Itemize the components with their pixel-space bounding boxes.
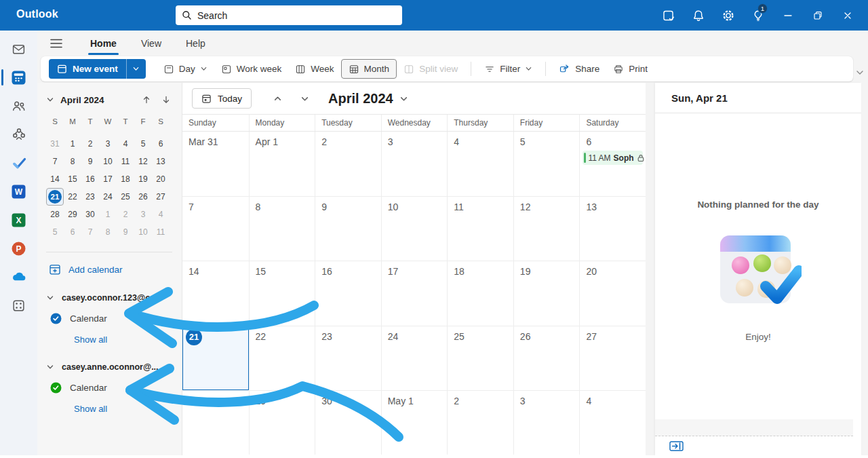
mini-next-month-button[interactable]	[161, 95, 171, 104]
day-cell[interactable]: 4	[579, 391, 646, 455]
print-button[interactable]: Print	[606, 59, 654, 79]
day-cell[interactable]: 11	[447, 197, 513, 261]
mini-day[interactable]: 10	[99, 153, 117, 170]
search-input[interactable]	[197, 10, 396, 21]
mini-day[interactable]: 16	[81, 170, 99, 188]
mini-day[interactable]: 1	[64, 135, 81, 153]
day-cell[interactable]: 24	[381, 326, 448, 390]
mini-day[interactable]: 27	[152, 188, 170, 206]
day-cell[interactable]: 19	[513, 261, 580, 325]
mini-day[interactable]: 10	[134, 223, 152, 241]
mini-day[interactable]: 11	[117, 153, 134, 170]
mini-day[interactable]: 9	[81, 153, 99, 170]
mini-day[interactable]: 12	[134, 153, 152, 170]
notifications-button[interactable]	[684, 0, 713, 31]
mini-day[interactable]: 19	[134, 170, 152, 188]
account-1-header[interactable]: casey.oconnor.123@o...	[46, 293, 182, 303]
mini-day[interactable]: 3	[99, 135, 117, 153]
mini-day[interactable]: 6	[64, 223, 81, 241]
mini-day[interactable]: 2	[81, 135, 99, 153]
day-cell[interactable]: 8	[249, 197, 315, 261]
rail-item-calendar[interactable]	[0, 63, 37, 92]
day-cell[interactable]: 3	[513, 391, 580, 455]
mini-day[interactable]: 7	[81, 223, 99, 241]
month-view-button[interactable]: Month	[341, 59, 397, 79]
mini-day[interactable]: 6	[152, 135, 170, 153]
close-button[interactable]	[833, 0, 863, 31]
day-cell[interactable]: 5	[513, 132, 580, 196]
minimize-button[interactable]	[773, 0, 803, 31]
rail-item-todo[interactable]	[0, 149, 37, 177]
day-cell[interactable]: 611 AMSoph	[579, 132, 646, 196]
mini-day[interactable]: 22	[64, 188, 81, 206]
mini-calendar-title[interactable]: April 2024	[60, 95, 104, 105]
mini-day[interactable]: 31	[46, 135, 64, 153]
next-month-button[interactable]	[300, 94, 309, 103]
mini-day[interactable]: 13	[152, 153, 170, 170]
day-cell[interactable]: 22	[249, 326, 315, 390]
prev-month-button[interactable]	[273, 94, 282, 103]
mini-day[interactable]: 25	[117, 188, 134, 206]
rail-item-word[interactable]: W	[0, 177, 37, 206]
mini-day[interactable]: 4	[117, 135, 134, 153]
search-box[interactable]	[176, 5, 402, 25]
mini-day[interactable]: 9	[117, 223, 134, 241]
mini-day[interactable]: 23	[81, 188, 99, 206]
split-view-button[interactable]: Split view	[397, 59, 465, 79]
dock-panel-button[interactable]	[669, 441, 684, 451]
day-cell[interactable]: 29	[249, 391, 315, 455]
chevron-down-icon[interactable]	[46, 96, 54, 104]
day-cell[interactable]: 17	[381, 261, 448, 325]
day-view-button[interactable]: Day	[157, 59, 214, 79]
day-cell[interactable]: 10	[381, 197, 448, 261]
tab-help[interactable]: Help	[185, 37, 206, 50]
day-cell[interactable]: 25	[447, 326, 513, 390]
day-cell[interactable]: 26	[513, 326, 580, 390]
day-cell[interactable]: 2	[315, 132, 381, 196]
today-button[interactable]: Today	[192, 88, 252, 109]
mini-day[interactable]: 2	[117, 206, 134, 223]
mini-day[interactable]: 4	[152, 206, 170, 223]
mini-prev-month-button[interactable]	[142, 95, 151, 104]
mini-day[interactable]: 17	[99, 170, 117, 188]
rail-item-mail[interactable]	[0, 35, 37, 63]
tips-button[interactable]: 1	[743, 0, 773, 31]
day-cell[interactable]: 7	[182, 197, 249, 261]
new-event-button[interactable]: New event	[49, 59, 126, 79]
day-cell[interactable]: 3	[381, 132, 448, 196]
mini-day[interactable]: 28	[46, 206, 64, 223]
collapse-ribbon-button[interactable]	[854, 67, 865, 78]
tab-home[interactable]: Home	[90, 37, 117, 50]
day-cell[interactable]: 15	[249, 261, 315, 325]
show-all-link[interactable]: Show all	[74, 404, 182, 414]
rail-item-powerpoint[interactable]: P	[0, 234, 37, 263]
show-all-link[interactable]: Show all	[74, 335, 182, 345]
new-event-dropdown[interactable]	[126, 59, 146, 79]
day-cell[interactable]: 20	[579, 261, 646, 325]
my-day-button[interactable]	[654, 0, 684, 31]
day-cell[interactable]: 28	[182, 391, 249, 455]
work-week-view-button[interactable]: Work week	[214, 59, 289, 79]
day-cell[interactable]: Mar 31	[182, 132, 249, 196]
day-cell[interactable]: 18	[447, 261, 513, 325]
day-cell[interactable]: 13	[579, 197, 646, 261]
day-cell[interactable]: 27	[579, 326, 646, 390]
rail-item-people[interactable]	[0, 92, 37, 120]
mini-day[interactable]: 14	[46, 170, 64, 188]
mini-day[interactable]: 24	[99, 188, 117, 206]
day-cell[interactable]: 16	[315, 261, 381, 325]
day-cell[interactable]: 12	[513, 197, 580, 261]
mini-day[interactable]: 20	[152, 170, 170, 188]
event-pill[interactable]: 11 AMSoph	[583, 151, 643, 165]
mini-day[interactable]: 15	[64, 170, 81, 188]
mini-day[interactable]: 3	[134, 206, 152, 223]
tab-view[interactable]: View	[140, 37, 162, 50]
rail-item-groups[interactable]	[0, 120, 37, 149]
mini-day[interactable]: 21	[46, 188, 64, 206]
account-1-calendar-item[interactable]: Calendar	[50, 313, 182, 324]
mini-day[interactable]: 8	[64, 153, 81, 170]
day-cell[interactable]: 23	[315, 326, 381, 390]
day-cell[interactable]: 2	[447, 391, 513, 455]
mini-day[interactable]: 30	[81, 206, 99, 223]
mini-day[interactable]: 18	[117, 170, 134, 188]
